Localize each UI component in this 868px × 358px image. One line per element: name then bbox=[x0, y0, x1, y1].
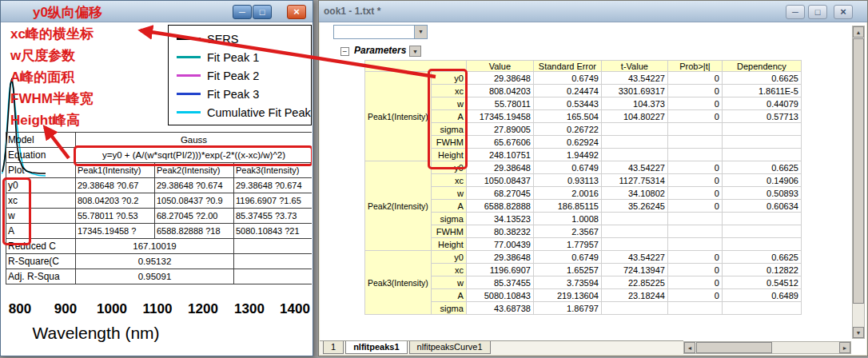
param-value-cell[interactable]: 43.68738 bbox=[466, 302, 533, 315]
param-value-cell[interactable]: 1.86797 bbox=[533, 302, 601, 315]
param-value-cell[interactable]: 0.62924 bbox=[533, 136, 601, 149]
collapse-toggle-icon[interactable]: − bbox=[340, 47, 349, 56]
param-value-cell[interactable]: 0 bbox=[667, 276, 722, 289]
param-value-cell[interactable]: 0.26722 bbox=[533, 123, 601, 136]
param-value-cell[interactable]: 85.37455 bbox=[466, 276, 533, 289]
param-name-cell[interactable]: y0 bbox=[431, 161, 466, 174]
param-name-cell[interactable]: FWHM bbox=[431, 225, 466, 238]
data-selector-combobox[interactable]: ▼ bbox=[333, 25, 428, 39]
param-value-cell[interactable]: 29.38648 bbox=[466, 161, 533, 174]
param-value-cell[interactable]: 0 bbox=[667, 187, 722, 200]
workbook-titlebar[interactable]: ook1 - 1.txt * ─ □ × bbox=[319, 1, 867, 22]
param-name-cell[interactable]: Height bbox=[431, 149, 466, 161]
param-value-cell[interactable]: 0 bbox=[667, 264, 722, 276]
param-name-cell[interactable]: A bbox=[431, 289, 466, 302]
param-value-cell[interactable]: 165.504 bbox=[533, 110, 601, 123]
param-value-cell[interactable]: 0.50893 bbox=[722, 187, 801, 200]
close-icon[interactable]: × bbox=[287, 5, 306, 19]
param-name-cell[interactable]: sigma bbox=[431, 213, 466, 225]
param-value-cell[interactable]: 77.00439 bbox=[466, 238, 533, 251]
param-value-cell[interactable] bbox=[667, 149, 722, 161]
param-value-cell[interactable]: 0.60634 bbox=[722, 200, 801, 213]
param-name-cell[interactable]: y0 bbox=[431, 251, 466, 264]
minimize-icon[interactable]: ─ bbox=[233, 5, 252, 19]
param-value-cell[interactable]: 0.6625 bbox=[722, 161, 801, 174]
param-value-cell[interactable]: 23.18244 bbox=[601, 289, 667, 302]
param-value-cell[interactable]: 34.13523 bbox=[466, 213, 533, 225]
param-value-cell[interactable] bbox=[667, 136, 722, 149]
param-value-cell[interactable]: 34.10802 bbox=[601, 187, 667, 200]
param-value-cell[interactable]: 1.77957 bbox=[533, 238, 601, 251]
param-value-cell[interactable]: 0.6625 bbox=[722, 251, 801, 264]
param-value-cell[interactable]: 68.27045 bbox=[466, 187, 533, 200]
legend-box[interactable]: SERSFit Peak 1Fit Peak 2Fit Peak 3Cumula… bbox=[168, 25, 312, 125]
param-name-cell[interactable]: sigma bbox=[431, 123, 466, 136]
param-name-cell[interactable]: xc bbox=[431, 174, 466, 187]
scroll-up-icon[interactable]: ▲ bbox=[853, 26, 864, 38]
param-name-cell[interactable]: A bbox=[431, 110, 466, 123]
param-value-cell[interactable]: 17345.19458 bbox=[466, 110, 533, 123]
param-value-cell[interactable]: 0 bbox=[667, 97, 722, 110]
param-value-cell[interactable]: 0.6489 bbox=[722, 289, 801, 302]
param-value-cell[interactable] bbox=[722, 123, 801, 136]
param-value-cell[interactable]: 219.13604 bbox=[533, 289, 601, 302]
restore-icon[interactable]: □ bbox=[808, 5, 827, 19]
param-value-cell[interactable] bbox=[722, 149, 801, 161]
param-value-cell[interactable]: 0.54512 bbox=[722, 276, 801, 289]
param-name-cell[interactable]: A bbox=[431, 200, 466, 213]
param-value-cell[interactable]: 0.57713 bbox=[722, 110, 801, 123]
param-value-cell[interactable] bbox=[722, 225, 801, 238]
param-value-cell[interactable] bbox=[667, 123, 722, 136]
scroll-down-icon[interactable]: ▼ bbox=[853, 327, 864, 338]
param-name-cell[interactable]: w bbox=[431, 187, 466, 200]
param-name-cell[interactable]: FWHM bbox=[431, 136, 466, 149]
param-value-cell[interactable]: 2.3567 bbox=[533, 225, 601, 238]
param-table-header[interactable]: Prob>|t| bbox=[667, 61, 722, 72]
param-value-cell[interactable]: 27.89005 bbox=[466, 123, 533, 136]
param-name-cell[interactable]: w bbox=[431, 97, 466, 110]
param-value-cell[interactable]: 186.85115 bbox=[533, 200, 601, 213]
param-value-cell[interactable] bbox=[601, 149, 667, 161]
param-value-cell[interactable]: 2.0016 bbox=[533, 187, 601, 200]
restore-icon[interactable]: □ bbox=[253, 5, 272, 19]
scroll-right-icon[interactable]: ► bbox=[839, 342, 850, 353]
param-value-cell[interactable]: 55.78011 bbox=[466, 97, 533, 110]
param-value-cell[interactable] bbox=[601, 136, 667, 149]
param-value-cell[interactable]: 0.6749 bbox=[533, 161, 601, 174]
param-value-cell[interactable]: 43.54227 bbox=[601, 161, 667, 174]
sheet-tab-1[interactable]: 1 bbox=[323, 341, 344, 354]
param-value-cell[interactable] bbox=[722, 213, 801, 225]
param-value-cell[interactable]: 0.44079 bbox=[722, 97, 801, 110]
param-name-cell[interactable]: w bbox=[431, 276, 466, 289]
horizontal-scrollbar-thumb[interactable] bbox=[696, 342, 772, 353]
param-value-cell[interactable]: 1196.6907 bbox=[466, 264, 533, 276]
param-value-cell[interactable] bbox=[722, 136, 801, 149]
horizontal-scrollbar[interactable]: ◄ ► bbox=[683, 341, 851, 354]
param-value-cell[interactable]: 248.10751 bbox=[466, 149, 533, 161]
param-value-cell[interactable] bbox=[722, 238, 801, 251]
param-value-cell[interactable]: 65.67606 bbox=[466, 136, 533, 149]
vertical-scrollbar-thumb[interactable] bbox=[853, 38, 864, 304]
param-table-header[interactable]: Standard Error bbox=[533, 61, 601, 72]
param-value-cell[interactable]: 0 bbox=[667, 110, 722, 123]
param-name-cell[interactable]: sigma bbox=[431, 302, 466, 315]
param-value-cell[interactable]: 3301.69317 bbox=[601, 85, 667, 97]
param-value-cell[interactable]: 0.24474 bbox=[533, 85, 601, 97]
param-value-cell[interactable]: 80.38232 bbox=[466, 225, 533, 238]
param-value-cell[interactable]: 1.0008 bbox=[533, 213, 601, 225]
param-value-cell[interactable] bbox=[601, 213, 667, 225]
param-name-cell[interactable]: Height bbox=[431, 238, 466, 251]
param-value-cell[interactable]: 0 bbox=[667, 161, 722, 174]
param-value-cell[interactable]: 29.38648 bbox=[466, 251, 533, 264]
param-value-cell[interactable]: 0 bbox=[667, 174, 722, 187]
param-value-cell[interactable]: 35.26245 bbox=[601, 200, 667, 213]
param-value-cell[interactable]: 3.73594 bbox=[533, 276, 601, 289]
param-value-cell[interactable]: 0 bbox=[667, 200, 722, 213]
param-value-cell[interactable]: 0.53443 bbox=[533, 97, 601, 110]
param-name-cell[interactable]: xc bbox=[431, 85, 466, 97]
minimize-icon[interactable]: ─ bbox=[786, 5, 805, 19]
param-value-cell[interactable]: 43.54227 bbox=[601, 72, 667, 85]
param-value-cell[interactable] bbox=[601, 302, 667, 315]
chevron-down-icon[interactable]: ▼ bbox=[414, 26, 427, 38]
parameters-dropdown-icon[interactable]: ▼ bbox=[409, 46, 421, 57]
